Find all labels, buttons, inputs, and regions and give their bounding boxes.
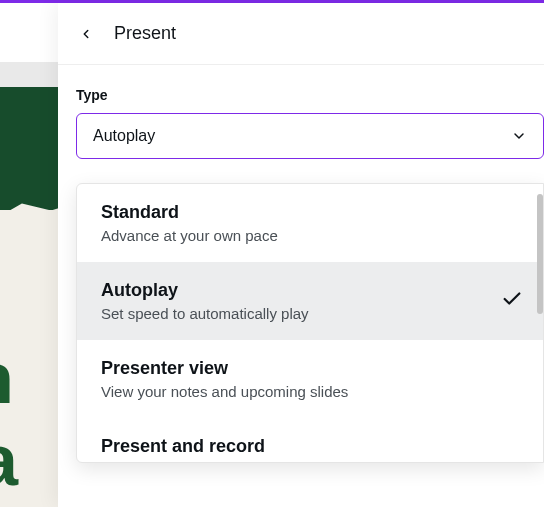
type-label: Type [76, 87, 544, 103]
back-button[interactable] [76, 24, 96, 44]
check-icon [501, 288, 523, 314]
panel-title: Present [114, 23, 176, 44]
panel-header: Present [58, 3, 544, 65]
dropdown-scrollbar[interactable] [537, 194, 543, 452]
option-title: Present and record [101, 436, 495, 457]
option-title: Presenter view [101, 358, 495, 379]
option-desc: View your notes and upcoming slides [101, 383, 495, 400]
option-presenter-view[interactable]: Presenter view View your notes and upcom… [77, 340, 543, 418]
option-title: Autoplay [101, 280, 495, 301]
panel-body: Type Autoplay [58, 65, 544, 159]
option-present-and-record[interactable]: Present and record [77, 418, 543, 463]
chevron-left-icon [79, 27, 93, 41]
slide-heading-fragment-2: gra [0, 419, 16, 501]
type-dropdown: Standard Advance at your own pace Autopl… [76, 183, 544, 463]
present-panel: Present Type Autoplay Standard Advance a… [58, 3, 544, 507]
chevron-down-icon [511, 128, 527, 144]
type-select-value: Autoplay [93, 127, 155, 145]
option-title: Standard [101, 202, 495, 223]
option-desc: Set speed to automatically play [101, 305, 495, 322]
scrollbar-thumb[interactable] [537, 194, 543, 314]
type-select[interactable]: Autoplay [76, 113, 544, 159]
option-standard[interactable]: Standard Advance at your own pace [77, 184, 543, 262]
option-desc: Advance at your own pace [101, 227, 495, 244]
option-autoplay[interactable]: Autoplay Set speed to automatically play [77, 262, 543, 340]
slide-heading-fragment-1: din [0, 337, 12, 419]
